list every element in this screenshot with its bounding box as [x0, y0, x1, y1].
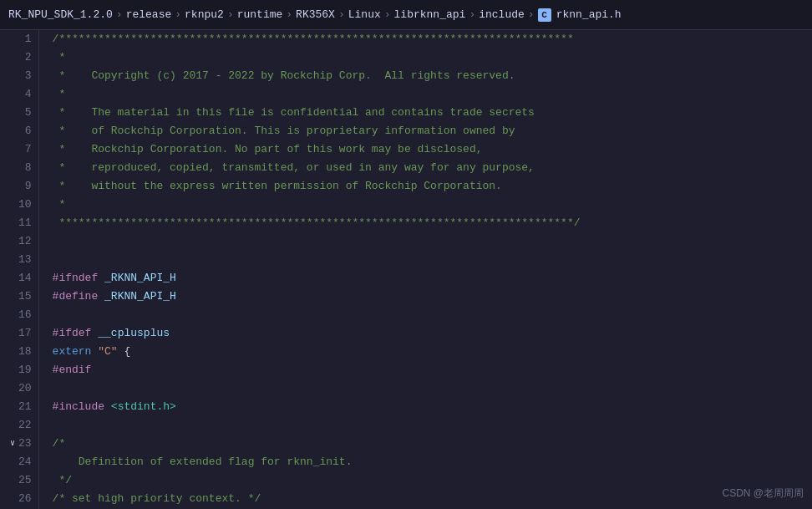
breadcrumb-sep-1: › — [116, 8, 123, 21]
code-line-25: */ — [53, 471, 812, 490]
code-line-26: /* set high priority context. */ — [53, 490, 812, 508]
breadcrumb-folder-runtime[interactable]: runtime — [237, 8, 283, 21]
watermark-text: CSDN @老周周周 — [722, 487, 804, 499]
line-num-17: 17 — [7, 324, 32, 343]
line-num-12: 12 — [7, 232, 32, 251]
code-line-3: * Copyright (c) 2017 - 2022 by Rockchip … — [53, 67, 812, 85]
line-num-10: 10 — [7, 196, 32, 214]
code-line-9: * without the express written permission… — [53, 177, 812, 196]
breadcrumb-filename[interactable]: rknn_api.h — [556, 8, 622, 21]
code-line-6: * of Rockchip Corporation. This is propr… — [53, 122, 812, 140]
code-line-10: * — [53, 196, 812, 214]
code-line-11: ****************************************… — [53, 214, 812, 232]
line-num-6: 6 — [7, 122, 32, 140]
breadcrumb-sep-5: › — [338, 8, 345, 21]
line-num-22: 22 — [7, 416, 32, 435]
code-line-8: * reproduced, copied, transmitted, or us… — [53, 159, 812, 177]
line-num-20: 20 — [7, 379, 32, 398]
line-num-19: 19 — [7, 361, 32, 379]
line-num-7: 7 — [7, 140, 32, 159]
breadcrumb-sep-3: › — [227, 8, 234, 21]
breadcrumb-folder-rknpu2[interactable]: rknpu2 — [185, 8, 224, 21]
code-content: /***************************************… — [39, 30, 812, 509]
line-num-16: 16 — [7, 306, 32, 324]
code-line-17: #ifdef __cplusplus — [53, 324, 812, 343]
breadcrumb-bar: RK_NPU_SDK_1.2.0 › release › rknpu2 › ru… — [0, 0, 812, 30]
breadcrumb-sep-4: › — [286, 8, 292, 21]
line-num-5: 5 — [7, 104, 32, 122]
code-line-15: #define _RKNN_API_H — [53, 288, 812, 306]
line-num-13: 13 — [7, 251, 32, 269]
code-line-20 — [53, 379, 812, 398]
breadcrumb-folder[interactable]: RK_NPU_SDK_1.2.0 — [8, 8, 113, 21]
code-line-18: extern "C" { — [53, 343, 812, 361]
code-line-19: #endif — [53, 361, 812, 379]
line-num-9: 9 — [7, 177, 32, 196]
code-line-21: #include <stdint.h> — [53, 398, 812, 416]
code-line-12 — [53, 232, 812, 251]
code-line-16 — [53, 306, 812, 324]
watermark: CSDN @老周周周 — [722, 486, 804, 501]
line-num-18: 18 — [7, 343, 32, 361]
code-line-13 — [53, 251, 812, 269]
code-line-23: /* — [53, 435, 812, 453]
line-num-2: 2 — [7, 48, 32, 67]
line-num-26: 26 — [7, 490, 32, 508]
code-line-1: /***************************************… — [53, 30, 812, 48]
line-num-25: 25 — [7, 471, 32, 490]
line-num-23: ∨23 — [7, 435, 32, 453]
line-num-11: 11 — [7, 214, 32, 232]
code-line-24: Definition of extended flag for rknn_ini… — [53, 453, 812, 471]
line-numbers: 1 2 3 4 5 6 7 8 9 10 11 12 13 14 15 16 1… — [0, 30, 39, 509]
breadcrumb-folder-linux[interactable]: Linux — [348, 8, 381, 21]
breadcrumb-folder-release[interactable]: release — [126, 8, 172, 21]
breadcrumb-sep-7: › — [469, 8, 475, 21]
code-line-4: * — [53, 85, 812, 104]
code-line-14: #ifndef _RKNN_API_H — [53, 269, 812, 288]
breadcrumb-folder-librknn[interactable]: librknn_api — [394, 8, 466, 21]
line-num-24: 24 — [7, 453, 32, 471]
breadcrumb-sep-2: › — [175, 8, 181, 21]
breadcrumb-folder-rk356x[interactable]: RK356X — [296, 8, 335, 21]
code-line-22 — [53, 416, 812, 435]
line-num-8: 8 — [7, 159, 32, 177]
line-num-4: 4 — [7, 85, 32, 104]
code-area: 1 2 3 4 5 6 7 8 9 10 11 12 13 14 15 16 1… — [0, 30, 812, 509]
line-num-1: 1 — [7, 30, 32, 48]
breadcrumb-sep-6: › — [384, 8, 391, 21]
code-line-7: * Rockchip Corporation. No part of this … — [53, 140, 812, 159]
line-num-3: 3 — [7, 67, 32, 85]
code-line-5: * The material in this file is confident… — [53, 104, 812, 122]
breadcrumb-sep-8: › — [528, 8, 535, 21]
line-num-15: 15 — [7, 288, 32, 306]
line-num-21: 21 — [7, 398, 32, 416]
c-language-icon: C — [538, 8, 551, 22]
line-num-14: 14 — [7, 269, 32, 288]
code-line-2: * — [53, 48, 812, 67]
breadcrumb-folder-include[interactable]: include — [479, 8, 525, 21]
